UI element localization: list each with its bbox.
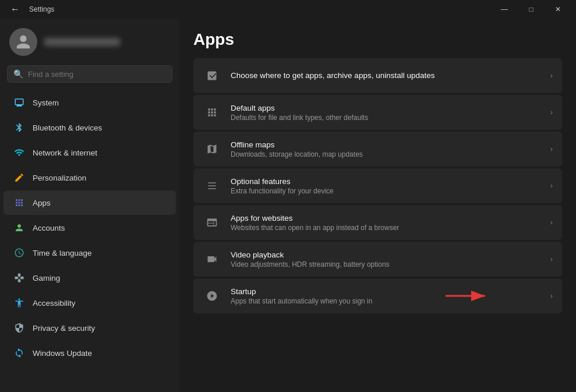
back-button[interactable]: ← [7, 2, 23, 17]
offline-maps-text: Offline mapsDownloads, storage location,… [231, 140, 541, 158]
sidebar: 🔍 SystemBluetooth & devicesNetwork & int… [0, 19, 179, 392]
startup-icon [203, 287, 221, 305]
setting-offline-maps[interactable]: Offline mapsDownloads, storage location,… [193, 132, 562, 167]
setting-apps-for-websites[interactable]: Apps for websitesWebsites that can open … [193, 205, 562, 240]
sidebar-item-gaming[interactable]: Gaming [3, 266, 176, 290]
sidebar-item-accessibility[interactable]: Accessibility [3, 291, 176, 315]
main-content: Apps Choose where to get apps, archive a… [179, 19, 576, 392]
get-apps-chevron: › [550, 72, 553, 80]
app-body: 🔍 SystemBluetooth & devicesNetwork & int… [0, 19, 576, 392]
sidebar-item-bluetooth[interactable]: Bluetooth & devices [3, 115, 176, 140]
startup-title: Startup [231, 287, 541, 296]
setting-default-apps[interactable]: Default appsDefaults for file and link t… [193, 95, 562, 130]
default-apps-text: Default appsDefaults for file and link t… [231, 104, 541, 122]
optional-features-title: Optional features [231, 177, 541, 186]
titlebar-left: ← Settings [7, 2, 54, 17]
sidebar-item-time[interactable]: Time & language [3, 241, 176, 265]
video-playback-title: Video playback [231, 250, 541, 259]
optional-features-chevron: › [550, 182, 553, 190]
apps-for-websites-desc: Websites that can open in an app instead… [231, 224, 541, 232]
video-playback-text: Video playbackVideo adjustments, HDR str… [231, 250, 541, 269]
get-apps-icon [203, 66, 221, 85]
windows-update-label: Windows Update [33, 349, 92, 358]
search-icon: 🔍 [13, 69, 23, 79]
offline-maps-desc: Downloads, storage location, map updates [231, 150, 541, 158]
sidebar-item-apps[interactable]: Apps [3, 190, 176, 215]
gaming-icon [13, 271, 26, 284]
default-apps-title: Default apps [231, 104, 541, 112]
user-section [0, 19, 179, 63]
video-playback-icon [203, 250, 221, 269]
sidebar-item-windows-update[interactable]: Windows Update [3, 341, 176, 365]
accessibility-icon [13, 296, 26, 309]
settings-container: Choose where to get apps, archive apps, … [193, 58, 562, 313]
apps-icon [13, 196, 26, 209]
apps-for-websites-chevron: › [550, 218, 553, 227]
video-playback-chevron: › [550, 255, 553, 263]
search-input[interactable] [28, 70, 166, 79]
apps-label: Apps [33, 199, 51, 207]
apps-for-websites-icon [203, 213, 221, 232]
privacy-icon [13, 322, 26, 334]
titlebar-title: Settings [29, 5, 54, 13]
personalization-label: Personalization [33, 174, 86, 182]
setting-startup[interactable]: StartupApps that start automatically whe… [193, 278, 562, 313]
maximize-button[interactable]: □ [518, 0, 545, 19]
sidebar-item-system[interactable]: System [3, 90, 176, 115]
default-apps-desc: Defaults for file and link types, other … [231, 114, 541, 122]
offline-maps-icon [203, 140, 221, 158]
accounts-label: Accounts [33, 224, 65, 232]
accounts-icon [13, 221, 26, 234]
user-icon [15, 34, 31, 50]
bluetooth-label: Bluetooth & devices [33, 123, 102, 132]
sidebar-item-privacy[interactable]: Privacy & security [3, 316, 176, 340]
offline-maps-title: Offline maps [231, 140, 541, 149]
offline-maps-chevron: › [550, 145, 553, 153]
bluetooth-icon [13, 121, 26, 134]
sidebar-item-accounts[interactable]: Accounts [3, 216, 176, 240]
close-button[interactable]: ✕ [545, 0, 571, 19]
personalization-icon [13, 171, 26, 184]
system-icon [13, 96, 26, 109]
optional-features-icon [203, 176, 221, 195]
setting-optional-features[interactable]: Optional featuresExtra functionality for… [193, 168, 562, 203]
optional-features-text: Optional featuresExtra functionality for… [231, 177, 541, 195]
network-label: Network & internet [33, 149, 97, 157]
optional-features-desc: Extra functionality for your device [231, 187, 541, 195]
default-apps-chevron: › [550, 108, 553, 116]
page-title: Apps [193, 30, 562, 49]
nav-container: SystemBluetooth & devicesNetwork & inter… [0, 90, 179, 366]
setting-video-playback[interactable]: Video playbackVideo adjustments, HDR str… [193, 242, 562, 277]
titlebar-controls: — □ ✕ [491, 0, 571, 19]
startup-chevron: › [550, 292, 553, 300]
default-apps-icon [203, 103, 221, 122]
startup-text: StartupApps that start automatically whe… [231, 287, 541, 305]
accessibility-label: Accessibility [33, 299, 76, 308]
sidebar-item-network[interactable]: Network & internet [3, 140, 176, 165]
time-icon [13, 246, 26, 259]
user-name [44, 38, 120, 46]
startup-desc: Apps that start automatically when you s… [231, 297, 541, 305]
setting-get-apps[interactable]: Choose where to get apps, archive apps, … [193, 58, 562, 93]
search-box[interactable]: 🔍 [7, 65, 172, 83]
sidebar-item-personalization[interactable]: Personalization [3, 165, 176, 190]
privacy-label: Privacy & security [33, 324, 95, 333]
system-label: System [33, 98, 59, 107]
get-apps-text: Choose where to get apps, archive apps, … [231, 71, 541, 81]
titlebar: ← Settings — □ ✕ [0, 0, 576, 19]
apps-for-websites-text: Apps for websitesWebsites that can open … [231, 214, 541, 232]
apps-for-websites-title: Apps for websites [231, 214, 541, 223]
get-apps-title: Choose where to get apps, archive apps, … [231, 71, 541, 80]
time-label: Time & language [33, 249, 92, 257]
network-icon [13, 146, 26, 159]
avatar [9, 28, 37, 56]
minimize-button[interactable]: — [491, 0, 518, 19]
gaming-label: Gaming [33, 274, 60, 282]
windows-update-icon [13, 347, 26, 359]
video-playback-desc: Video adjustments, HDR streaming, batter… [231, 260, 541, 269]
